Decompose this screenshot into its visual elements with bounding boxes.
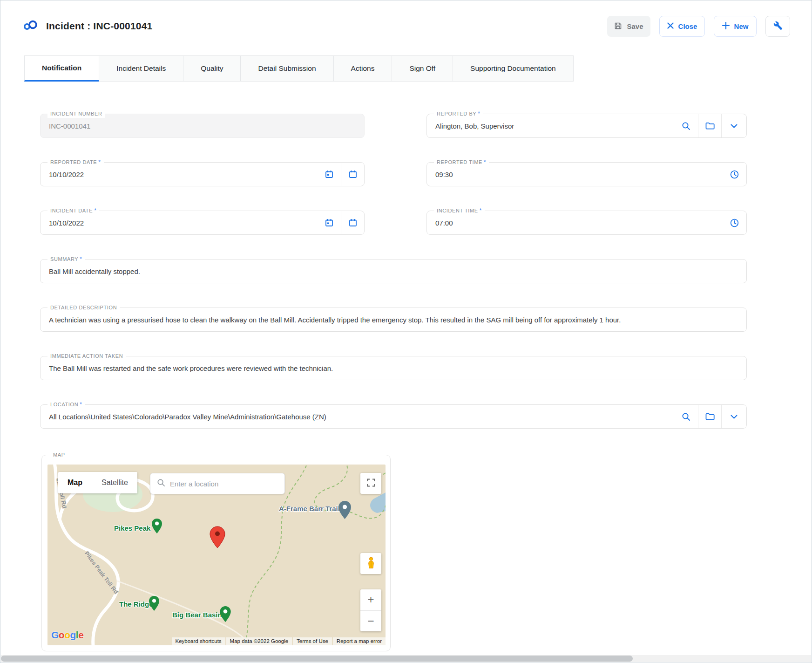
clock-icon[interactable] bbox=[730, 170, 746, 179]
close-button[interactable]: Close bbox=[659, 16, 705, 37]
page-header: Incident : INC-0001041 Save bbox=[0, 0, 812, 55]
poi-label-big-bear-basin: Big Bear Basin bbox=[172, 611, 222, 619]
report-map-error-link[interactable]: Report a map error bbox=[333, 637, 386, 645]
immediate-action-value[interactable]: The Ball Mill was restarted and the safe… bbox=[41, 364, 746, 372]
reported-time-label: REPORTED TIME bbox=[437, 159, 482, 165]
scrollbar-thumb[interactable] bbox=[1, 656, 633, 662]
page-title: Incident : INC-0001041 bbox=[46, 21, 152, 32]
map-label: MAP bbox=[50, 451, 68, 459]
incident-time-value[interactable]: 07:00 bbox=[427, 219, 730, 227]
incident-number-field: INCIDENT NUMBER INC-0001041 bbox=[40, 114, 365, 138]
location-field[interactable]: LOCATION* All Locations\United States\Co… bbox=[40, 404, 747, 429]
calendar-picker-icon[interactable] bbox=[325, 219, 341, 227]
poi-label-the-ridge: The Ridge bbox=[119, 600, 153, 608]
zoom-in-button[interactable]: + bbox=[360, 589, 381, 611]
summary-field[interactable]: SUMMARY* Ball Mill accidentally stopped. bbox=[40, 259, 747, 283]
terms-of-use-link[interactable]: Terms of Use bbox=[293, 637, 332, 645]
summary-value[interactable]: Ball Mill accidentally stopped. bbox=[41, 267, 746, 275]
fullscreen-icon bbox=[367, 478, 375, 489]
immediate-action-label: IMMEDIATE ACTION TAKEN bbox=[50, 353, 123, 359]
map-field: MAP eak Toll Rd Pikes Peak Toll Rd Pikes… bbox=[41, 455, 391, 651]
summary-label: SUMMARY bbox=[50, 256, 78, 262]
incident-time-label: INCIDENT TIME bbox=[437, 208, 478, 213]
map-search-input[interactable] bbox=[170, 480, 278, 488]
plus-icon bbox=[722, 22, 730, 31]
keyboard-shortcuts-link[interactable]: Keyboard shortcuts bbox=[172, 637, 225, 645]
map-type-control: Map Satellite bbox=[58, 472, 137, 493]
trailhead-pin-big-bear-basin[interactable] bbox=[220, 606, 231, 624]
reported-date-value[interactable]: 10/10/2022 bbox=[41, 171, 325, 178]
incident-page: Incident : INC-0001041 Save bbox=[0, 0, 812, 663]
poi-label-a-frame-barr-trail: A-Frame Barr Trail bbox=[279, 505, 340, 513]
trailhead-pin-pikes-peak[interactable] bbox=[152, 519, 162, 535]
tab-sign-off[interactable]: Sign Off bbox=[392, 55, 453, 82]
pegman-button[interactable] bbox=[360, 553, 381, 574]
immediate-action-field[interactable]: IMMEDIATE ACTION TAKEN The Ball Mill was… bbox=[40, 356, 747, 380]
reported-date-field[interactable]: REPORTED DATE* 10/10/2022 bbox=[40, 162, 365, 186]
reported-by-value[interactable]: Alington, Bob, Supervisor bbox=[427, 122, 682, 130]
tab-notification[interactable]: Notification bbox=[24, 55, 99, 82]
zoom-control: + − bbox=[360, 589, 381, 631]
tab-actions[interactable]: Actions bbox=[333, 55, 392, 82]
trail-pin-a-frame[interactable] bbox=[338, 501, 351, 521]
zoom-out-button[interactable]: − bbox=[360, 611, 381, 632]
incident-date-value[interactable]: 10/10/2022 bbox=[41, 219, 325, 227]
google-logo[interactable]: Google bbox=[51, 629, 83, 641]
map-type-satellite-button[interactable]: Satellite bbox=[92, 472, 137, 493]
reported-date-label: REPORTED DATE bbox=[50, 159, 97, 165]
chevron-down-icon[interactable] bbox=[721, 405, 746, 428]
incident-date-field[interactable]: INCIDENT DATE* 10/10/2022 bbox=[40, 211, 365, 235]
detailed-description-label: DETAILED DESCRIPTION bbox=[50, 305, 117, 310]
poi-label-pikes-peak: Pikes Peak bbox=[114, 524, 150, 532]
incident-date-label: INCIDENT DATE bbox=[50, 208, 93, 213]
reported-by-field[interactable]: REPORTED BY* Alington, Bob, Supervisor bbox=[426, 114, 747, 138]
browse-folder-icon[interactable] bbox=[698, 114, 721, 137]
tab-incident-details[interactable]: Incident Details bbox=[99, 55, 183, 82]
tab-detail-submission[interactable]: Detail Submission bbox=[240, 55, 333, 82]
reported-time-value[interactable]: 09:30 bbox=[427, 171, 730, 178]
incident-time-field[interactable]: INCIDENT TIME* 07:00 bbox=[426, 211, 747, 235]
detailed-description-field[interactable]: DETAILED DESCRIPTION A technician was us… bbox=[40, 308, 747, 332]
incident-number-label: INCIDENT NUMBER bbox=[50, 111, 102, 116]
save-icon bbox=[614, 22, 622, 31]
browse-folder-icon[interactable] bbox=[698, 405, 721, 428]
map-canvas[interactable]: eak Toll Rd Pikes Peak Toll Rd Pikes Pea… bbox=[47, 465, 386, 645]
map-type-map-button[interactable]: Map bbox=[58, 472, 92, 493]
pegman-icon bbox=[366, 557, 376, 571]
search-icon[interactable] bbox=[682, 122, 698, 130]
tab-supporting-documentation[interactable]: Supporting Documentation bbox=[453, 55, 574, 82]
tools-button[interactable] bbox=[765, 16, 790, 37]
search-icon bbox=[157, 478, 165, 489]
fullscreen-button[interactable] bbox=[360, 473, 381, 494]
new-button[interactable]: New bbox=[714, 16, 757, 37]
map-attribution: Keyboard shortcuts Map data ©2022 Google… bbox=[172, 637, 386, 645]
chevron-down-icon[interactable] bbox=[721, 114, 746, 137]
incident-location-marker[interactable] bbox=[210, 526, 225, 550]
incident-number-value: INC-0001041 bbox=[41, 122, 364, 130]
tab-quality[interactable]: Quality bbox=[183, 55, 241, 82]
location-value[interactable]: All Locations\United States\Colorado\Par… bbox=[41, 413, 682, 421]
search-icon[interactable] bbox=[682, 412, 698, 421]
wrench-icon bbox=[773, 21, 783, 32]
map-data-text: Map data ©2022 Google bbox=[226, 637, 292, 645]
calendar-picker-icon[interactable] bbox=[325, 170, 341, 178]
trailhead-pin-the-ridge[interactable] bbox=[149, 596, 159, 613]
clock-icon[interactable] bbox=[730, 219, 746, 227]
detailed-description-value[interactable]: A technician was using a pressurised hos… bbox=[41, 316, 746, 324]
reported-by-label: REPORTED BY bbox=[437, 111, 476, 116]
map-search-box[interactable] bbox=[150, 473, 285, 494]
save-button[interactable]: Save bbox=[607, 16, 650, 37]
calendar-today-icon[interactable] bbox=[341, 163, 364, 186]
close-icon bbox=[667, 22, 674, 30]
location-label: LOCATION bbox=[50, 402, 78, 407]
reported-time-field[interactable]: REPORTED TIME* 09:30 bbox=[426, 162, 747, 186]
tab-bar: Notification Incident Details Quality De… bbox=[24, 55, 812, 82]
calendar-today-icon[interactable] bbox=[341, 211, 364, 234]
horizontal-scrollbar[interactable] bbox=[1, 655, 811, 662]
notification-form: INCIDENT NUMBER INC-0001041 REPORTED BY*… bbox=[40, 114, 812, 429]
app-logo-icon bbox=[23, 19, 39, 33]
